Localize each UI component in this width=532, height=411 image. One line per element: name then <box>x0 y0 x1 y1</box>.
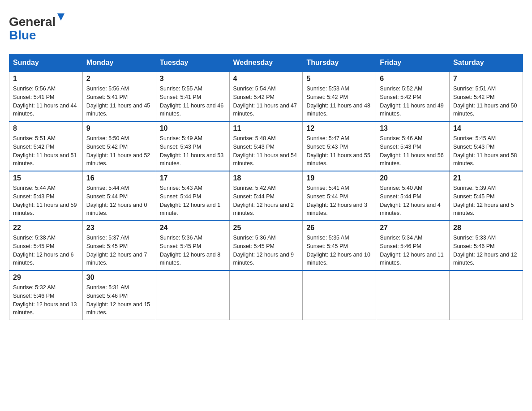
calendar-cell: 28Sunrise: 5:33 AMSunset: 5:46 PMDayligh… <box>450 221 523 270</box>
day-info: Sunrise: 5:54 AMSunset: 5:42 PMDaylight:… <box>233 85 299 118</box>
calendar-cell <box>450 270 523 320</box>
day-number: 17 <box>160 174 226 182</box>
day-info: Sunrise: 5:36 AMSunset: 5:45 PMDaylight:… <box>160 234 226 267</box>
day-info: Sunrise: 5:51 AMSunset: 5:42 PMDaylight:… <box>453 85 519 118</box>
calendar-cell <box>229 270 303 320</box>
calendar-cell: 4Sunrise: 5:54 AMSunset: 5:42 PMDaylight… <box>229 72 303 121</box>
day-number: 29 <box>13 274 79 282</box>
day-number: 21 <box>453 174 519 182</box>
page-header: General Blue <box>9 9 523 45</box>
day-number: 12 <box>306 124 372 133</box>
day-number: 15 <box>13 174 79 182</box>
calendar-cell: 2Sunrise: 5:56 AMSunset: 5:41 PMDaylight… <box>82 72 156 121</box>
calendar-cell: 6Sunrise: 5:52 AMSunset: 5:42 PMDaylight… <box>376 72 450 121</box>
day-number: 26 <box>306 224 372 232</box>
calendar-header-saturday: Saturday <box>450 54 523 72</box>
day-info: Sunrise: 5:36 AMSunset: 5:45 PMDaylight:… <box>233 234 299 267</box>
day-info: Sunrise: 5:49 AMSunset: 5:43 PMDaylight:… <box>160 134 226 168</box>
calendar-week-1: 1Sunrise: 5:56 AMSunset: 5:41 PMDaylight… <box>9 72 523 121</box>
day-number: 4 <box>233 75 299 83</box>
day-info: Sunrise: 5:43 AMSunset: 5:44 PMDaylight:… <box>160 184 226 218</box>
day-number: 19 <box>306 174 372 182</box>
calendar-cell: 12Sunrise: 5:47 AMSunset: 5:43 PMDayligh… <box>303 121 376 171</box>
day-info: Sunrise: 5:34 AMSunset: 5:46 PMDaylight:… <box>380 234 446 267</box>
logo-svg: General Blue <box>9 9 67 45</box>
day-info: Sunrise: 5:44 AMSunset: 5:44 PMDaylight:… <box>86 184 152 218</box>
day-info: Sunrise: 5:37 AMSunset: 5:45 PMDaylight:… <box>86 234 152 267</box>
calendar-cell: 24Sunrise: 5:36 AMSunset: 5:45 PMDayligh… <box>156 221 229 270</box>
calendar-body: 1Sunrise: 5:56 AMSunset: 5:41 PMDaylight… <box>9 72 523 320</box>
day-info: Sunrise: 5:55 AMSunset: 5:41 PMDaylight:… <box>160 85 226 118</box>
calendar-header: SundayMondayTuesdayWednesdayThursdayFrid… <box>9 54 523 72</box>
day-number: 5 <box>306 75 372 83</box>
calendar-week-2: 8Sunrise: 5:51 AMSunset: 5:42 PMDaylight… <box>9 121 523 171</box>
day-info: Sunrise: 5:41 AMSunset: 5:44 PMDaylight:… <box>306 184 372 218</box>
calendar-cell: 29Sunrise: 5:32 AMSunset: 5:46 PMDayligh… <box>9 270 83 320</box>
day-number: 23 <box>86 224 152 232</box>
day-info: Sunrise: 5:45 AMSunset: 5:43 PMDaylight:… <box>453 134 519 168</box>
calendar-cell: 21Sunrise: 5:39 AMSunset: 5:45 PMDayligh… <box>450 171 523 221</box>
calendar-cell: 1Sunrise: 5:56 AMSunset: 5:41 PMDaylight… <box>9 72 83 121</box>
day-info: Sunrise: 5:46 AMSunset: 5:43 PMDaylight:… <box>380 134 446 168</box>
day-info: Sunrise: 5:51 AMSunset: 5:42 PMDaylight:… <box>13 134 79 168</box>
calendar-cell: 30Sunrise: 5:31 AMSunset: 5:46 PMDayligh… <box>82 270 156 320</box>
calendar-header-wednesday: Wednesday <box>229 54 303 72</box>
calendar-cell <box>376 270 450 320</box>
day-info: Sunrise: 5:50 AMSunset: 5:42 PMDaylight:… <box>86 134 152 168</box>
calendar-cell: 16Sunrise: 5:44 AMSunset: 5:44 PMDayligh… <box>82 171 156 221</box>
calendar-week-5: 29Sunrise: 5:32 AMSunset: 5:46 PMDayligh… <box>9 270 523 320</box>
calendar-cell: 7Sunrise: 5:51 AMSunset: 5:42 PMDaylight… <box>450 72 523 121</box>
calendar-week-3: 15Sunrise: 5:44 AMSunset: 5:43 PMDayligh… <box>9 171 523 221</box>
day-number: 27 <box>380 224 446 232</box>
calendar-cell: 18Sunrise: 5:42 AMSunset: 5:44 PMDayligh… <box>229 171 303 221</box>
calendar-header-thursday: Thursday <box>303 54 376 72</box>
day-info: Sunrise: 5:39 AMSunset: 5:45 PMDaylight:… <box>453 184 519 218</box>
calendar-cell: 17Sunrise: 5:43 AMSunset: 5:44 PMDayligh… <box>156 171 229 221</box>
day-info: Sunrise: 5:52 AMSunset: 5:42 PMDaylight:… <box>380 85 446 118</box>
calendar-cell: 26Sunrise: 5:35 AMSunset: 5:45 PMDayligh… <box>303 221 376 270</box>
calendar-cell: 8Sunrise: 5:51 AMSunset: 5:42 PMDaylight… <box>9 121 83 171</box>
calendar-cell: 9Sunrise: 5:50 AMSunset: 5:42 PMDaylight… <box>82 121 156 171</box>
calendar-cell: 25Sunrise: 5:36 AMSunset: 5:45 PMDayligh… <box>229 221 303 270</box>
day-info: Sunrise: 5:44 AMSunset: 5:43 PMDaylight:… <box>13 184 79 218</box>
day-info: Sunrise: 5:32 AMSunset: 5:46 PMDaylight:… <box>13 283 79 317</box>
day-number: 25 <box>233 224 299 232</box>
calendar-cell <box>303 270 376 320</box>
svg-text:Blue: Blue <box>9 28 36 42</box>
day-info: Sunrise: 5:47 AMSunset: 5:43 PMDaylight:… <box>306 134 372 168</box>
day-info: Sunrise: 5:33 AMSunset: 5:46 PMDaylight:… <box>453 234 519 267</box>
day-number: 9 <box>86 124 152 133</box>
calendar-header-sunday: Sunday <box>9 54 83 72</box>
day-info: Sunrise: 5:53 AMSunset: 5:42 PMDaylight:… <box>306 85 372 118</box>
calendar-cell: 10Sunrise: 5:49 AMSunset: 5:43 PMDayligh… <box>156 121 229 171</box>
day-number: 16 <box>86 174 152 182</box>
day-info: Sunrise: 5:35 AMSunset: 5:45 PMDaylight:… <box>306 234 372 267</box>
day-number: 24 <box>160 224 226 232</box>
day-number: 2 <box>86 75 152 83</box>
day-number: 18 <box>233 174 299 182</box>
calendar-cell: 19Sunrise: 5:41 AMSunset: 5:44 PMDayligh… <box>303 171 376 221</box>
calendar-cell: 15Sunrise: 5:44 AMSunset: 5:43 PMDayligh… <box>9 171 83 221</box>
calendar-header-row: SundayMondayTuesdayWednesdayThursdayFrid… <box>9 54 523 72</box>
svg-marker-1 <box>57 13 64 21</box>
day-number: 30 <box>86 274 152 282</box>
day-info: Sunrise: 5:40 AMSunset: 5:44 PMDaylight:… <box>380 184 446 218</box>
calendar-cell: 13Sunrise: 5:46 AMSunset: 5:43 PMDayligh… <box>376 121 450 171</box>
calendar-week-4: 22Sunrise: 5:38 AMSunset: 5:45 PMDayligh… <box>9 221 523 270</box>
calendar-cell: 5Sunrise: 5:53 AMSunset: 5:42 PMDaylight… <box>303 72 376 121</box>
day-info: Sunrise: 5:56 AMSunset: 5:41 PMDaylight:… <box>13 85 79 118</box>
day-number: 20 <box>380 174 446 182</box>
calendar-header-monday: Monday <box>82 54 156 72</box>
day-number: 11 <box>233 124 299 133</box>
day-number: 3 <box>160 75 226 83</box>
day-number: 22 <box>13 224 79 232</box>
day-info: Sunrise: 5:31 AMSunset: 5:46 PMDaylight:… <box>86 283 152 317</box>
day-number: 13 <box>380 124 446 133</box>
svg-text:General: General <box>9 15 56 29</box>
day-number: 1 <box>13 75 79 83</box>
calendar-cell: 3Sunrise: 5:55 AMSunset: 5:41 PMDaylight… <box>156 72 229 121</box>
calendar-cell: 11Sunrise: 5:48 AMSunset: 5:43 PMDayligh… <box>229 121 303 171</box>
day-info: Sunrise: 5:48 AMSunset: 5:43 PMDaylight:… <box>233 134 299 168</box>
calendar-cell: 20Sunrise: 5:40 AMSunset: 5:44 PMDayligh… <box>376 171 450 221</box>
day-info: Sunrise: 5:38 AMSunset: 5:45 PMDaylight:… <box>13 234 79 267</box>
